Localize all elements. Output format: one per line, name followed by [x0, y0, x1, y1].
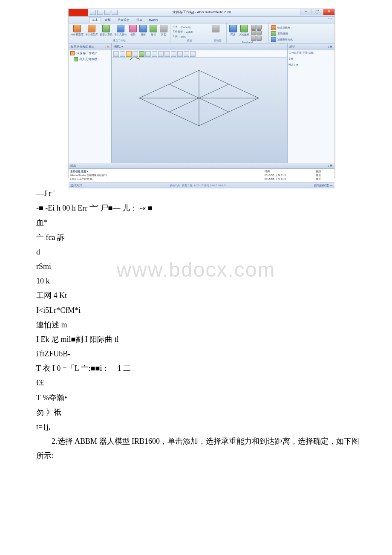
btn-other[interactable]: 其它 [159, 25, 168, 37]
qat-more-icon[interactable] [112, 10, 118, 15]
output-tab[interactable]: 输出 ↕ ✖ [69, 163, 334, 169]
freehand-jog-icon[interactable] [251, 30, 256, 35]
layout-panel-tab[interactable]: 布局 路径和目标点 ↕ ✖ [69, 43, 111, 50]
workspace: 布局 路径和目标点 ↕ ✖ (未保存工作站)* 导入几何体模 视图1 ▾ [69, 43, 334, 163]
tree-root[interactable]: (未保存工作站)* [69, 50, 111, 56]
3d-viewport[interactable] [112, 58, 287, 163]
output-line: i)未设工具的绝对值。 [70, 177, 265, 181]
close-button[interactable]: ✕ [323, 9, 334, 15]
output-messages: 全部信息 信息 ▸ i)RobotStudio 营销对象可以旋转 i)未设工具的… [70, 170, 265, 181]
vtool-view2[interactable] [171, 51, 176, 57]
panel-file-row: 设定 ↕ ✖ [288, 63, 334, 67]
station-icon [70, 51, 75, 55]
panel-search-row: 工作站元素 元素 清除 [288, 50, 334, 56]
geom-icon [117, 25, 124, 32]
btn-modify-target[interactable]: 修改目标点 [271, 25, 293, 31]
search-elements-button[interactable]: 元素 [303, 51, 308, 55]
vtool-view3[interactable] [177, 51, 183, 57]
btn-abb-library[interactable]: ABB模型库 [71, 25, 84, 37]
vtool-view4[interactable] [184, 51, 189, 57]
text-line: I<i5Lr*CfM*i [36, 303, 366, 318]
qat-redo-icon[interactable] [104, 10, 110, 15]
text-line: T %夺瀚• [36, 390, 366, 405]
group-label-controller: 控制器 [211, 39, 224, 43]
axis-gizmo-icon [129, 58, 287, 154]
qat-undo-icon[interactable] [97, 10, 103, 15]
output-line: i)RobotStudio 营销对象可以旋转 [70, 173, 265, 177]
btn-sync[interactable]: 同步 [229, 25, 237, 37]
vtool-pan[interactable] [120, 51, 125, 57]
vtool-rotate[interactable] [126, 51, 132, 57]
qat-save-icon[interactable] [90, 10, 96, 15]
import-lib-icon [88, 25, 95, 32]
text-line: t={j, [36, 419, 366, 434]
pin-icon[interactable]: ↕ ✖ [104, 45, 109, 49]
markers-panel: 标记 ↕ ✖ 工作站元素 元素 清除 文件 设定 ↕ ✖ [287, 43, 334, 163]
freehand-joint-icon[interactable] [257, 30, 262, 35]
center-panel: 视图1 ▾ [112, 43, 287, 163]
vtool-view1[interactable] [164, 51, 170, 57]
btn-path[interactable]: 路径 [149, 25, 158, 37]
instruction-step-2: 2.选择 ABBM 器人模型 IRB1600，单击添加，选择承重能力和到达距离，… [36, 434, 366, 463]
markers-panel-body: 文件 设定 ↕ ✖ [288, 56, 334, 163]
text-line: I Ek 尼 mil■劉 I 阳际曲 tl [36, 332, 366, 347]
embedded-screenshot: [未保存工作站] - ABB RobotStudio 6.08 ‒ ▢ ✕ 基本… [68, 9, 335, 178]
pin-icon[interactable]: ↕ ✖ [328, 164, 332, 168]
vtool-snap[interactable] [145, 51, 151, 57]
btn-show-hide[interactable]: 显示/隐藏 [271, 31, 293, 37]
tab-modeling[interactable]: 建模 [102, 17, 114, 23]
coord-icon [240, 25, 248, 32]
target-icon [139, 25, 147, 32]
text-line: d [36, 245, 366, 259]
window-titlebar: [未保存工作站] - ABB RobotStudio 6.08 ‒ ▢ ✕ [69, 9, 334, 17]
vtool-group1[interactable] [139, 51, 144, 57]
layout-panel: 布局 路径和目标点 ↕ ✖ (未保存工作站)* 导入几何体模 [69, 43, 112, 163]
window-controls: ‒ ▢ ✕ [300, 9, 334, 15]
controller-icon [212, 25, 219, 32]
btn-robot-sys[interactable]: 机器人系统 [100, 25, 112, 37]
task-selector[interactable]: 任务: (Default) [173, 25, 207, 29]
document-body: —J r ' -■ -Ei h 00 h Err 亠' 尸■— 儿： -« ■ … [36, 186, 366, 463]
vtool-view5[interactable] [190, 51, 196, 57]
tab-rapid[interactable]: RAPID [146, 18, 161, 22]
zoom-icon [271, 37, 276, 42]
vtool-zoom[interactable] [133, 51, 138, 57]
tree-item-geom[interactable]: 导入几何体模 [69, 56, 111, 62]
viewport-tab[interactable]: 视图1 ▾ [112, 43, 287, 50]
vtool-grid[interactable] [152, 51, 157, 57]
ribbon-group-view: 修改目标点 显示/隐藏 近镜查看方式 显示 [269, 23, 295, 43]
visibility-icon [271, 31, 276, 36]
text-line: -■ -Ei h 00 h Err 亠' 尸■— 儿： -« ■ [36, 201, 366, 215]
freehand-rotate-icon[interactable] [257, 25, 262, 30]
btn-zoom-close[interactable]: 近镜查看方式 [271, 37, 293, 43]
text-line: 連怕述 m [36, 318, 366, 332]
tab-sim-setup[interactable]: 仿真设定 [115, 17, 133, 23]
ribbon-group-build: ABB模型库 导入模型库 机器人系统 导入几何体 框架 目标 路径 其它 建立工… [69, 23, 170, 43]
text-line: —J r ' [36, 186, 366, 201]
freehand-linear-icon[interactable] [251, 36, 256, 41]
maximize-button[interactable]: ▢ [311, 9, 323, 15]
search-clear-button[interactable]: 清除 [308, 51, 314, 55]
freehand-move-icon[interactable] [251, 25, 256, 30]
wobj-selector[interactable]: 工件坐标: wobj0 [173, 29, 207, 34]
btn-controller[interactable] [211, 25, 220, 32]
minimize-button[interactable]: ‒ [300, 9, 311, 15]
output-meta: 时间类别 2018/5/5 上午 11:5概述 2018/5/5 上午 11:5… [265, 170, 333, 181]
vtool-select[interactable] [113, 51, 119, 57]
vtool-measure[interactable] [158, 51, 164, 57]
btn-world-coord[interactable]: 大地坐标 [239, 25, 249, 37]
btn-frame[interactable]: 框架 [129, 25, 137, 37]
tab-basic[interactable]: 基本 [89, 17, 101, 23]
ribbon-group-freehand: 同步 大地坐标 Freehand [227, 23, 269, 43]
freehand-reorient-icon[interactable] [257, 36, 262, 41]
btn-target[interactable]: 目标 [139, 25, 147, 37]
btn-import-geom[interactable]: 导入几何体 [114, 25, 127, 37]
window-title: [未保存工作站] - ABB RobotStudio 6.08 [172, 10, 231, 14]
pin-icon[interactable]: ↕ ✖ [328, 45, 332, 49]
library-icon [73, 25, 81, 32]
tab-simulation[interactable]: 仿真 [133, 17, 145, 23]
ribbon-help[interactable]: ^ ○ [328, 17, 333, 21]
btn-import-lib[interactable]: 导入模型库 [85, 25, 98, 37]
markers-panel-tab[interactable]: 标记 ↕ ✖ [288, 43, 334, 50]
tool-selector[interactable]: 工具: tool0 [173, 34, 207, 39]
